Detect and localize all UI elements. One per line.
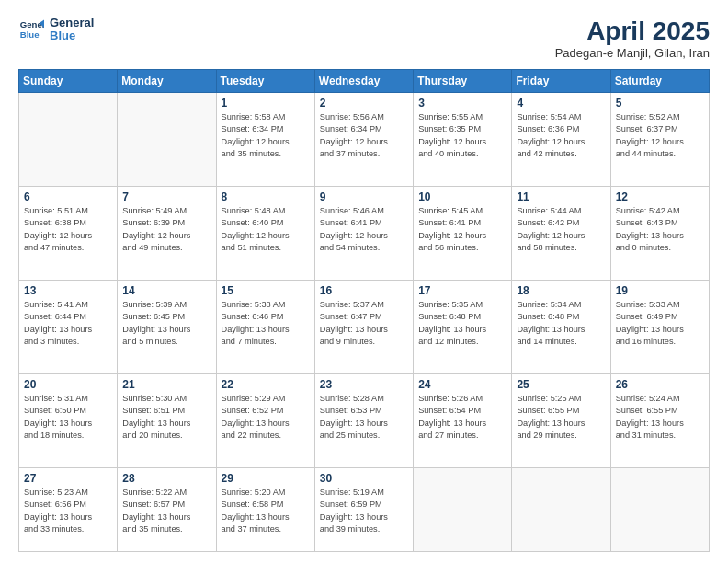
day-number: 1 — [222, 97, 310, 109]
day-info: Sunrise: 5:51 AM Sunset: 6:38 PM Dayligh… — [24, 205, 112, 254]
calendar-cell — [414, 468, 512, 552]
day-number: 9 — [320, 190, 408, 203]
day-number: 5 — [616, 97, 704, 109]
calendar-cell: 17Sunrise: 5:35 AM Sunset: 6:48 PM Dayli… — [414, 281, 512, 374]
calendar-cell — [512, 468, 610, 552]
calendar-cell: 20Sunrise: 5:31 AM Sunset: 6:50 PM Dayli… — [19, 374, 118, 468]
calendar-cell: 22Sunrise: 5:29 AM Sunset: 6:52 PM Dayli… — [216, 374, 314, 468]
day-number: 25 — [517, 378, 605, 391]
calendar-cell: 28Sunrise: 5:22 AM Sunset: 6:57 PM Dayli… — [118, 468, 216, 552]
day-info: Sunrise: 5:25 AM Sunset: 6:55 PM Dayligh… — [517, 393, 605, 442]
day-number: 7 — [122, 190, 210, 203]
calendar-cell: 4Sunrise: 5:54 AM Sunset: 6:36 PM Daylig… — [512, 93, 610, 187]
day-info: Sunrise: 5:26 AM Sunset: 6:54 PM Dayligh… — [418, 393, 506, 442]
day-number: 12 — [616, 190, 704, 203]
weekday-header: Tuesday — [216, 70, 314, 93]
day-info: Sunrise: 5:56 AM Sunset: 6:34 PM Dayligh… — [320, 111, 408, 160]
day-info: Sunrise: 5:20 AM Sunset: 6:58 PM Dayligh… — [222, 487, 310, 535]
title-block: April 2025 Padegan-e Manjil, Gilan, Iran — [555, 17, 710, 60]
day-info: Sunrise: 5:55 AM Sunset: 6:35 PM Dayligh… — [418, 111, 506, 160]
calendar-cell: 8Sunrise: 5:48 AM Sunset: 6:40 PM Daylig… — [216, 187, 314, 281]
day-number: 8 — [222, 190, 310, 203]
header: General Blue General Blue April 2025 Pad… — [18, 17, 710, 60]
day-info: Sunrise: 5:24 AM Sunset: 6:55 PM Dayligh… — [616, 393, 704, 442]
weekday-header: Thursday — [414, 70, 512, 93]
day-number: 27 — [24, 472, 112, 485]
month-year: April 2025 — [555, 17, 710, 46]
logo-icon: General Blue — [18, 17, 44, 42]
week-row: 6Sunrise: 5:51 AM Sunset: 6:38 PM Daylig… — [19, 187, 710, 281]
weekday-header: Sunday — [19, 70, 118, 93]
logo-blue: Blue — [50, 29, 94, 42]
day-info: Sunrise: 5:42 AM Sunset: 6:43 PM Dayligh… — [616, 205, 704, 254]
logo: General Blue General Blue — [18, 17, 94, 43]
weekday-header: Monday — [118, 70, 216, 93]
day-number: 2 — [320, 97, 408, 109]
calendar-cell: 15Sunrise: 5:38 AM Sunset: 6:46 PM Dayli… — [216, 281, 314, 374]
calendar-cell: 29Sunrise: 5:20 AM Sunset: 6:58 PM Dayli… — [216, 468, 314, 552]
week-row: 13Sunrise: 5:41 AM Sunset: 6:44 PM Dayli… — [19, 281, 710, 374]
day-info: Sunrise: 5:38 AM Sunset: 6:46 PM Dayligh… — [222, 299, 310, 348]
calendar-cell: 25Sunrise: 5:25 AM Sunset: 6:55 PM Dayli… — [512, 374, 610, 468]
day-number: 16 — [320, 284, 408, 297]
calendar-cell: 13Sunrise: 5:41 AM Sunset: 6:44 PM Dayli… — [19, 281, 118, 374]
calendar-cell: 11Sunrise: 5:44 AM Sunset: 6:42 PM Dayli… — [512, 187, 610, 281]
calendar-cell: 24Sunrise: 5:26 AM Sunset: 6:54 PM Dayli… — [414, 374, 512, 468]
calendar-cell: 12Sunrise: 5:42 AM Sunset: 6:43 PM Dayli… — [610, 187, 709, 281]
day-number: 30 — [320, 472, 408, 485]
day-info: Sunrise: 5:48 AM Sunset: 6:40 PM Dayligh… — [222, 205, 310, 254]
day-number: 6 — [24, 190, 112, 203]
calendar-header-row: SundayMondayTuesdayWednesdayThursdayFrid… — [19, 70, 710, 93]
day-info: Sunrise: 5:37 AM Sunset: 6:47 PM Dayligh… — [320, 299, 408, 348]
page: General Blue General Blue April 2025 Pad… — [0, 0, 728, 563]
svg-text:Blue: Blue — [20, 29, 40, 40]
day-number: 21 — [122, 378, 210, 391]
calendar-cell: 18Sunrise: 5:34 AM Sunset: 6:48 PM Dayli… — [512, 281, 610, 374]
location: Padegan-e Manjil, Gilan, Iran — [555, 46, 710, 60]
calendar-cell — [118, 93, 216, 187]
day-number: 14 — [122, 284, 210, 297]
calendar-cell: 5Sunrise: 5:52 AM Sunset: 6:37 PM Daylig… — [610, 93, 709, 187]
calendar-cell: 27Sunrise: 5:23 AM Sunset: 6:56 PM Dayli… — [19, 468, 118, 552]
day-info: Sunrise: 5:30 AM Sunset: 6:51 PM Dayligh… — [122, 393, 210, 442]
day-info: Sunrise: 5:44 AM Sunset: 6:42 PM Dayligh… — [517, 205, 605, 254]
calendar-cell: 14Sunrise: 5:39 AM Sunset: 6:45 PM Dayli… — [118, 281, 216, 374]
week-row: 20Sunrise: 5:31 AM Sunset: 6:50 PM Dayli… — [19, 374, 710, 468]
day-info: Sunrise: 5:52 AM Sunset: 6:37 PM Dayligh… — [616, 111, 704, 160]
calendar-cell: 19Sunrise: 5:33 AM Sunset: 6:49 PM Dayli… — [610, 281, 709, 374]
calendar-cell: 23Sunrise: 5:28 AM Sunset: 6:53 PM Dayli… — [314, 374, 413, 468]
week-row: 1Sunrise: 5:58 AM Sunset: 6:34 PM Daylig… — [19, 93, 710, 187]
calendar-cell — [19, 93, 118, 187]
week-row: 27Sunrise: 5:23 AM Sunset: 6:56 PM Dayli… — [19, 468, 710, 552]
day-info: Sunrise: 5:34 AM Sunset: 6:48 PM Dayligh… — [517, 299, 605, 348]
day-number: 29 — [222, 472, 310, 485]
day-info: Sunrise: 5:46 AM Sunset: 6:41 PM Dayligh… — [320, 205, 408, 254]
calendar-cell: 7Sunrise: 5:49 AM Sunset: 6:39 PM Daylig… — [118, 187, 216, 281]
day-number: 28 — [122, 472, 210, 485]
day-info: Sunrise: 5:41 AM Sunset: 6:44 PM Dayligh… — [24, 299, 112, 348]
weekday-header: Friday — [512, 70, 610, 93]
calendar-cell: 2Sunrise: 5:56 AM Sunset: 6:34 PM Daylig… — [314, 93, 413, 187]
svg-text:General: General — [20, 20, 44, 30]
day-number: 10 — [418, 190, 506, 203]
day-number: 26 — [616, 378, 704, 391]
day-number: 15 — [222, 284, 310, 297]
day-info: Sunrise: 5:39 AM Sunset: 6:45 PM Dayligh… — [122, 299, 210, 348]
calendar-cell: 30Sunrise: 5:19 AM Sunset: 6:59 PM Dayli… — [314, 468, 413, 552]
day-number: 22 — [222, 378, 310, 391]
calendar-cell: 3Sunrise: 5:55 AM Sunset: 6:35 PM Daylig… — [414, 93, 512, 187]
calendar-cell: 26Sunrise: 5:24 AM Sunset: 6:55 PM Dayli… — [610, 374, 709, 468]
calendar-cell: 1Sunrise: 5:58 AM Sunset: 6:34 PM Daylig… — [216, 93, 314, 187]
day-info: Sunrise: 5:35 AM Sunset: 6:48 PM Dayligh… — [418, 299, 506, 348]
day-number: 18 — [517, 284, 605, 297]
calendar-cell — [610, 468, 709, 552]
day-info: Sunrise: 5:28 AM Sunset: 6:53 PM Dayligh… — [320, 393, 408, 442]
day-number: 4 — [517, 97, 605, 109]
calendar-cell: 21Sunrise: 5:30 AM Sunset: 6:51 PM Dayli… — [118, 374, 216, 468]
calendar-cell: 10Sunrise: 5:45 AM Sunset: 6:41 PM Dayli… — [414, 187, 512, 281]
weekday-header: Wednesday — [314, 70, 413, 93]
day-info: Sunrise: 5:31 AM Sunset: 6:50 PM Dayligh… — [24, 393, 112, 442]
day-number: 3 — [418, 97, 506, 109]
day-info: Sunrise: 5:23 AM Sunset: 6:56 PM Dayligh… — [24, 487, 112, 535]
calendar-cell: 16Sunrise: 5:37 AM Sunset: 6:47 PM Dayli… — [314, 281, 413, 374]
